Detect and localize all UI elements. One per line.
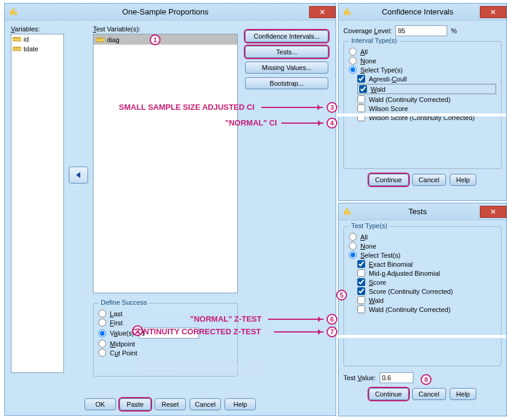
values-input[interactable] xyxy=(139,328,199,339)
side-buttons: Confidence Intervals... Tests... Missing… xyxy=(245,30,328,93)
cancel-button[interactable]: Cancel xyxy=(190,398,221,410)
var-name: id xyxy=(24,36,29,43)
radio-midpoint[interactable]: Midpoint xyxy=(98,340,232,348)
svg-rect-21 xyxy=(349,211,351,215)
paste-button[interactable]: Paste xyxy=(120,398,151,410)
ruler-icon xyxy=(96,36,104,44)
check-score-cc[interactable]: Score (Continuity Corrected) xyxy=(357,287,496,295)
watermark: © www.spss-tutorials.com xyxy=(140,361,265,374)
confidence-intervals-dialog: Confidence Intervals ✕ Coverage Level: %… xyxy=(338,3,507,201)
help-button[interactable]: Help xyxy=(450,388,477,400)
missing-values-button[interactable]: Missing Values... xyxy=(245,62,328,74)
check-wilson[interactable]: Wilson Score xyxy=(357,104,496,112)
svg-rect-0 xyxy=(10,10,12,15)
variables-label: Variables: xyxy=(11,25,40,33)
radio-values[interactable]: Value(s) xyxy=(98,328,232,339)
ruler-icon xyxy=(13,45,21,53)
continue-button[interactable]: Continue xyxy=(369,388,409,400)
tests-dialog: Tests ✕ Test Type(s) All None Select Tes… xyxy=(338,203,507,416)
close-button[interactable]: ✕ xyxy=(480,6,506,18)
radio-first[interactable]: First xyxy=(98,319,232,326)
separator xyxy=(337,335,506,338)
arrow xyxy=(261,107,323,108)
check-score[interactable]: Score xyxy=(357,278,496,286)
radio-none[interactable]: None xyxy=(349,242,496,250)
arrow xyxy=(268,319,324,320)
arrow xyxy=(274,331,324,332)
test-types-group: Test Type(s) All None Select Test(s) Exa… xyxy=(343,226,502,366)
bootstrap-button[interactable]: Bootstrap... xyxy=(245,77,328,89)
check-agresti[interactable]: Agresti-Coull xyxy=(357,75,496,83)
continue-button[interactable]: Continue xyxy=(369,174,409,186)
coverage-input[interactable] xyxy=(395,25,447,36)
svg-rect-1 xyxy=(13,8,14,15)
radio-select[interactable]: Select Test(s) xyxy=(349,251,496,259)
check-midp[interactable]: Mid-p Adjusted Binomial xyxy=(357,269,496,277)
one-sample-proportions-dialog: One-Sample Proportions ✕ Variables: id t… xyxy=(4,3,336,416)
svg-rect-7 xyxy=(13,47,21,51)
coverage-row: Coverage Level: % xyxy=(343,25,502,36)
confidence-intervals-button[interactable]: Confidence Intervals... xyxy=(245,30,328,42)
svg-rect-18 xyxy=(349,11,351,15)
cancel-button[interactable]: Cancel xyxy=(412,174,446,186)
var-name: tdate xyxy=(24,45,38,52)
interval-types-legend: Interval Type(s) xyxy=(349,37,400,44)
svg-rect-20 xyxy=(346,208,348,215)
radio-none[interactable]: None xyxy=(349,57,496,65)
test-variables-label: Test Variable(s): xyxy=(93,25,141,33)
radio-cutpoint[interactable]: Cut Point xyxy=(98,349,232,357)
arrow xyxy=(281,122,324,124)
check-wald[interactable]: Wald xyxy=(357,84,496,94)
tests-footer: Continue Cancel Help xyxy=(343,388,502,400)
cancel-button[interactable]: Cancel xyxy=(412,388,446,400)
interval-types-group: Interval Type(s) All None Select Type(s)… xyxy=(343,41,502,169)
list-item[interactable]: tdate xyxy=(11,44,63,54)
titlebar: One-Sample Proportions ✕ xyxy=(5,4,336,21)
app-icon xyxy=(342,206,353,217)
coverage-label: Coverage Level: xyxy=(343,27,392,34)
dialog-title: Tests xyxy=(356,207,480,216)
svg-rect-17 xyxy=(346,8,348,15)
help-button[interactable]: Help xyxy=(450,174,477,186)
test-value-label: Test Value: xyxy=(343,374,376,381)
svg-rect-19 xyxy=(344,210,346,215)
close-button[interactable]: ✕ xyxy=(309,6,336,18)
list-item[interactable]: diag xyxy=(94,34,237,45)
move-left-button[interactable] xyxy=(69,167,88,183)
close-button[interactable]: ✕ xyxy=(480,206,506,218)
test-types-legend: Test Type(s) xyxy=(349,222,390,229)
dialog-title: Confidence Intervals xyxy=(356,7,480,16)
svg-rect-3 xyxy=(13,37,21,41)
svg-rect-2 xyxy=(15,11,17,15)
ok-button[interactable]: OK xyxy=(84,398,116,410)
test-value-input[interactable] xyxy=(380,372,413,383)
test-value-row: Test Value: xyxy=(343,372,502,383)
app-icon xyxy=(342,7,353,18)
define-success-legend: Define Success xyxy=(98,299,149,306)
check-wald-cc[interactable]: Wald (Continuity Corrected) xyxy=(357,95,496,103)
separator xyxy=(337,113,506,116)
titlebar: Tests ✕ xyxy=(339,203,506,220)
check-wald-cc[interactable]: Wald (Continuity Corrected) xyxy=(357,305,496,313)
help-button[interactable]: Help xyxy=(225,398,256,410)
svg-rect-11 xyxy=(96,38,104,42)
radio-select[interactable]: Select Type(s) xyxy=(349,66,496,74)
reset-button[interactable]: Reset xyxy=(155,398,186,410)
app-icon xyxy=(8,7,19,18)
test-var-name: diag xyxy=(107,36,120,43)
tests-button[interactable]: Tests... xyxy=(245,46,328,58)
check-wald[interactable]: Wald xyxy=(357,296,496,304)
radio-all[interactable]: All xyxy=(349,48,496,56)
ruler-icon xyxy=(13,35,21,43)
radio-last[interactable]: Last xyxy=(98,310,232,317)
test-variables-list[interactable]: diag xyxy=(93,34,238,293)
footer-buttons: OK Paste Reset Cancel Help xyxy=(5,398,336,410)
dialog-title: One-Sample Proportions xyxy=(22,7,309,16)
titlebar: Confidence Intervals ✕ xyxy=(339,4,506,21)
variables-list[interactable]: id tdate xyxy=(11,34,64,373)
svg-marker-15 xyxy=(76,172,80,178)
radio-all[interactable]: All xyxy=(349,233,496,241)
svg-rect-16 xyxy=(344,10,346,15)
list-item[interactable]: id xyxy=(11,34,63,44)
check-exact[interactable]: Exact Binomial xyxy=(357,260,496,268)
